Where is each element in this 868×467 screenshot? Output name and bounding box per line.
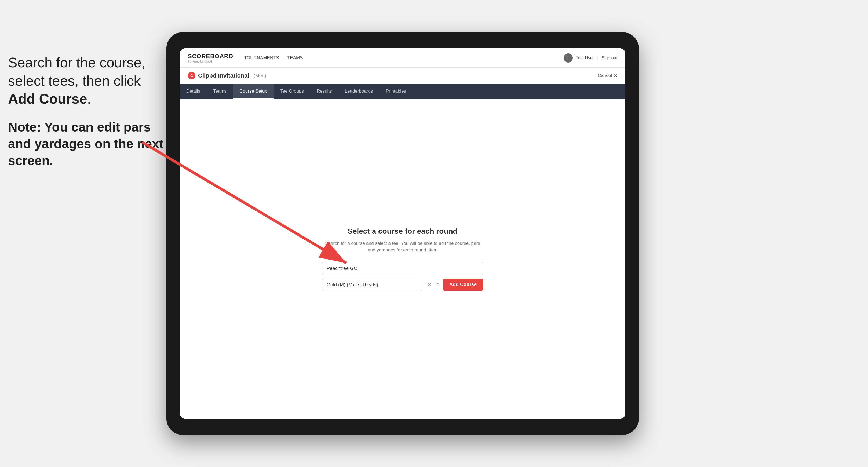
tournament-title: Clippd Invitational	[198, 72, 249, 79]
tee-chevron-icon: ⌃	[436, 282, 440, 288]
tee-select[interactable]: Gold (M) (M) (7010 yds)	[322, 279, 423, 291]
tournament-header: C Clippd Invitational (Men) Cancel ✕	[180, 68, 625, 84]
tablet-frame: SCOREBOARD Powered by clippd TOURNAMENTS…	[166, 32, 639, 435]
logo-sub: Powered by clippd	[188, 60, 233, 63]
instruction-note: Note: You can edit pars and yardages on …	[8, 119, 164, 169]
tournament-icon: C	[188, 72, 195, 80]
sign-out-link[interactable]: Sign out	[601, 56, 617, 60]
main-content: Select a course for each round Search fo…	[180, 99, 625, 419]
pipe-divider: |	[597, 56, 598, 60]
tab-tee-groups[interactable]: Tee Groups	[274, 84, 310, 99]
tab-teams[interactable]: Teams	[207, 84, 233, 99]
tab-details[interactable]: Details	[180, 84, 207, 99]
tab-course-setup[interactable]: Course Setup	[233, 84, 274, 99]
tee-select-row: Gold (M) (M) (7010 yds) ✕ ⌃ Add Course	[322, 279, 483, 291]
cancel-icon: ✕	[614, 73, 617, 79]
cancel-button[interactable]: Cancel ✕	[598, 73, 617, 79]
instruction-highlight: Add Course	[8, 91, 87, 106]
instruction-panel: Search for the course, select tees, then…	[8, 54, 164, 180]
user-name: Test User	[576, 56, 594, 60]
course-form: Select a course for each round Search fo…	[322, 227, 483, 291]
tablet-screen: SCOREBOARD Powered by clippd TOURNAMENTS…	[180, 48, 625, 419]
nav-link-tournaments[interactable]: TOURNAMENTS	[244, 55, 279, 61]
tournament-subtitle: (Men)	[254, 73, 266, 79]
instruction-text: Search for the course, select tees, then…	[8, 54, 164, 108]
add-course-button[interactable]: Add Course	[443, 279, 483, 291]
logo-area: SCOREBOARD Powered by clippd	[188, 53, 233, 63]
cancel-label: Cancel	[598, 73, 612, 79]
tee-clear-button[interactable]: ✕	[425, 281, 433, 289]
top-nav: SCOREBOARD Powered by clippd TOURNAMENTS…	[180, 48, 625, 68]
nav-link-teams[interactable]: TEAMS	[287, 55, 303, 61]
user-area: T Test User | Sign out	[564, 54, 617, 63]
logo-text: SCOREBOARD	[188, 53, 233, 60]
tab-leaderboards[interactable]: Leaderboards	[338, 84, 379, 99]
user-avatar: T	[564, 54, 573, 63]
form-description: Search for a course and select a tee. Yo…	[322, 240, 483, 254]
form-heading: Select a course for each round	[322, 227, 483, 236]
tab-printables[interactable]: Printables	[379, 84, 413, 99]
tab-bar: Details Teams Course Setup Tee Groups Re…	[180, 84, 625, 99]
tab-results[interactable]: Results	[310, 84, 338, 99]
nav-links: TOURNAMENTS TEAMS	[244, 55, 564, 61]
tournament-title-row: C Clippd Invitational (Men)	[188, 72, 266, 80]
course-search-input[interactable]	[322, 262, 483, 275]
